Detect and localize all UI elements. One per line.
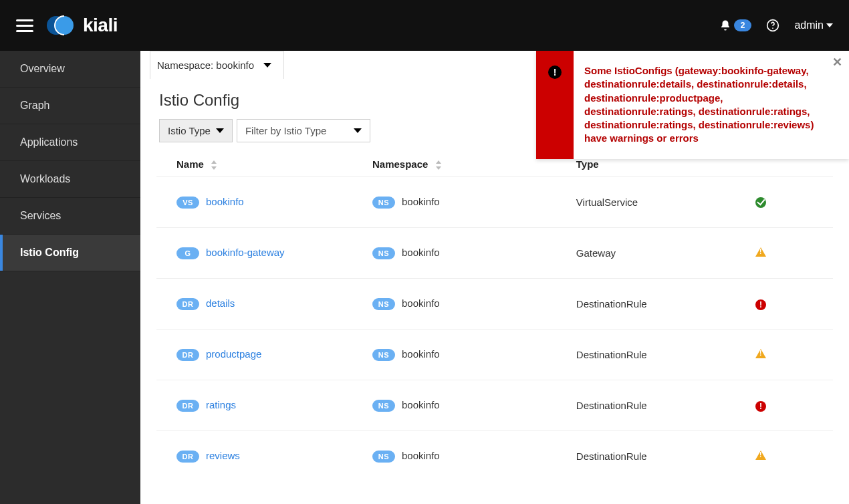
notification-count-badge: 2 [734,19,752,31]
chevron-down-icon [354,128,362,133]
sidebar-item-label: Workloads [20,173,70,184]
config-name-link[interactable]: details [206,297,235,309]
namespace-badge: NS [372,349,395,361]
bell-icon [719,19,731,31]
table-row: Gbookinfo-gatewayNSbookinfoGateway [156,228,833,279]
config-name-link[interactable]: productpage [206,348,261,360]
table-row: DRratingsNSbookinfoDestinationRule [156,380,833,431]
alert-text: Some IstioConfigs (gateway:bookinfo-gate… [584,64,822,146]
type-badge: VS [176,197,199,209]
namespace-text: bookinfo [402,399,440,410]
status-warning-icon [755,349,766,358]
config-name-link[interactable]: bookinfo-gateway [206,247,285,258]
sidebar-item-label: Istio Config [20,247,79,258]
sort-icon [435,160,442,170]
notifications-button[interactable]: 2 [719,19,752,31]
alert-banner: ! Some IstioConfigs (gateway:bookinfo-ga… [536,51,849,159]
table-row: DRproductpageNSbookinfoDestinationRule [156,330,833,380]
type-text: DestinationRule [572,330,751,380]
sidebar-item-applications[interactable]: Applications [0,124,140,161]
chevron-down-icon [216,128,224,133]
type-badge: DR [176,349,199,361]
table-row: VSbookinfoNSbookinfoVirtualService [156,177,833,228]
sidebar-item-graph[interactable]: Graph [0,88,140,124]
namespace-text: bookinfo [402,348,440,360]
filter-type-dropdown[interactable]: Istio Type [159,119,233,142]
namespace-badge: NS [372,197,395,209]
type-badge: DR [176,400,199,412]
sort-icon [211,160,217,170]
namespace-badge: NS [372,298,395,310]
alert-close-button[interactable]: ✕ [832,55,842,70]
filter-type-label: Istio Type [168,125,211,136]
chevron-down-icon [826,23,833,27]
namespace-selector[interactable]: Namespace: bookinfo [150,51,284,79]
status-error-icon [755,401,766,412]
namespace-text: bookinfo [402,450,440,461]
status-ok-icon [755,197,766,208]
namespace-badge: NS [372,451,395,463]
topbar: kiali 2 admin [0,0,849,51]
kiali-logo-icon [47,14,78,37]
svg-point-3 [773,27,774,29]
username: admin [794,19,824,31]
table-row: DRreviewsNSbookinfoDestinationRule [156,431,833,482]
table-row: DRdetailsNSbookinfoDestinationRule [156,279,833,330]
config-name-link[interactable]: reviews [206,450,240,461]
type-badge: DR [176,298,199,310]
type-text: Gateway [572,228,751,279]
filter-value-dropdown[interactable]: Filter by Istio Type [237,119,370,142]
sidebar-item-label: Graph [20,100,49,111]
type-badge: DR [176,451,199,463]
user-menu[interactable]: admin [794,19,833,31]
type-text: DestinationRule [572,431,751,482]
namespace-text: bookinfo [402,247,440,258]
alert-error-icon: ! [548,66,562,79]
sidebar-item-label: Services [20,210,61,221]
namespace-text: bookinfo [402,196,440,207]
sidebar-item-label: Overview [20,63,65,74]
sidebar-item-workloads[interactable]: Workloads [0,161,140,198]
sidebar-item-istio-config[interactable]: Istio Config [0,235,140,271]
sidebar-item-label: Applications [20,136,78,148]
brand-name: kiali [83,15,118,36]
brand: kiali [47,14,118,37]
main-content: Namespace: bookinfo Istio Config Istio T… [140,51,849,504]
config-name-link[interactable]: bookinfo [206,196,244,207]
menu-toggle-button[interactable] [16,19,33,32]
status-warning-icon [755,451,766,460]
config-table: Name Namespace Type [156,152,833,481]
help-icon[interactable] [766,19,779,32]
type-badge: G [176,247,199,259]
filter-value-placeholder: Filter by Istio Type [245,125,326,136]
sidebar: OverviewGraphApplicationsWorkloadsServic… [0,51,140,504]
column-header-name[interactable]: Name [156,152,368,177]
namespace-text: bookinfo [402,297,440,309]
namespace-selector-label: Namespace: bookinfo [157,59,254,71]
sidebar-item-services[interactable]: Services [0,198,140,235]
namespace-badge: NS [372,247,395,259]
type-text: DestinationRule [572,279,751,330]
status-error-icon [755,299,766,310]
namespace-badge: NS [372,400,395,412]
chevron-down-icon [263,63,271,68]
config-name-link[interactable]: ratings [206,399,236,410]
sidebar-item-overview[interactable]: Overview [0,51,140,88]
type-text: DestinationRule [572,380,751,431]
status-warning-icon [755,247,766,257]
type-text: VirtualService [572,177,751,228]
